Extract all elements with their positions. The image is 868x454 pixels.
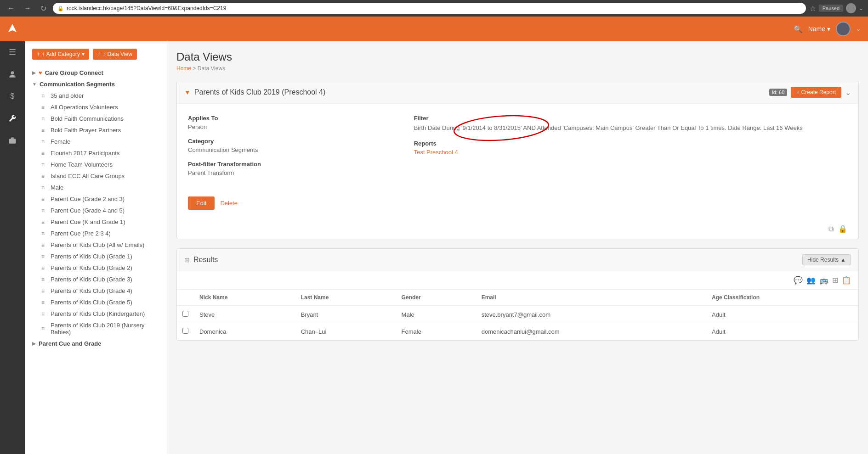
sidebar-item-parents-all-emails[interactable]: ≡ Parents of Kids Club (All w/ Emails) bbox=[38, 239, 163, 251]
header-expand-icon[interactable]: ⌄ bbox=[856, 26, 861, 32]
results-table-icon: ⊞ bbox=[184, 256, 190, 263]
results-card: ⊞ Results Hide Results ▲ 💬 👥 🚌 ⊞ bbox=[176, 248, 859, 341]
user-menu-chevron: ▾ bbox=[827, 25, 830, 33]
nav-item-person[interactable] bbox=[0, 63, 25, 85]
sidebar-item-parent-cue-k-grade-1[interactable]: ≡ Parent Cue (K and Grade 1) bbox=[38, 216, 163, 228]
dataview-header-actions: Id: 60 + Create Report ⌄ bbox=[769, 87, 851, 98]
add-data-view-button[interactable]: + + Data View bbox=[93, 49, 137, 60]
item-label: Flourish 2017 Participants bbox=[51, 150, 159, 157]
list-icon: ≡ bbox=[41, 207, 48, 214]
sidebar-item-care-group-connect[interactable]: ▶ ♥ Care Group Connect bbox=[28, 67, 163, 78]
results-bus-icon[interactable]: 🚌 bbox=[819, 276, 828, 285]
results-grid-icon[interactable]: ⊞ bbox=[832, 276, 838, 285]
create-report-button[interactable]: + Create Report bbox=[791, 87, 841, 98]
nav-item-dollar[interactable]: $ bbox=[0, 85, 25, 107]
row-1-age-class: Adult bbox=[706, 306, 858, 323]
sidebar-item-parent-cue-pre-2-3-4[interactable]: ≡ Parent Cue (Pre 2 3 4) bbox=[38, 228, 163, 239]
lock-icon[interactable]: 🔒 bbox=[838, 224, 847, 233]
row-1-nick-name: Steve bbox=[194, 306, 295, 323]
refresh-button[interactable]: ↻ bbox=[38, 3, 49, 14]
row-2-nick-name: Domenica bbox=[194, 323, 295, 340]
list-icon: ≡ bbox=[41, 104, 48, 111]
item-label: Parent Cue (K and Grade 1) bbox=[51, 219, 159, 225]
hide-results-label: Hide Results bbox=[807, 257, 839, 263]
results-group-icon[interactable]: 👥 bbox=[806, 276, 816, 285]
sidebar-item-bold-faith-prayer-partners[interactable]: ≡ Bold Faith Prayer Partners bbox=[38, 124, 163, 136]
list-icon: ≡ bbox=[41, 116, 48, 122]
sidebar-item-communication-segments[interactable]: ▼ Communication Segments bbox=[28, 78, 163, 90]
sidebar-item-parents-grade-3[interactable]: ≡ Parents of Kids Club (Grade 3) bbox=[38, 274, 163, 285]
dataview-body: Applies To Person Category Communication… bbox=[177, 104, 858, 221]
care-group-arrow-icon: ▶ bbox=[32, 70, 36, 75]
list-icon: ≡ bbox=[41, 219, 48, 225]
applies-to-group: Applies To Person bbox=[188, 115, 405, 130]
list-icon: ≡ bbox=[41, 173, 48, 179]
col-nick-name: Nick Name bbox=[194, 290, 295, 306]
parent-cue-label: Parent Cue and Grade bbox=[39, 340, 102, 347]
list-icon: ≡ bbox=[41, 150, 48, 157]
results-chat-icon[interactable]: 💬 bbox=[794, 276, 803, 285]
sidebar-item-female[interactable]: ≡ Female bbox=[38, 136, 163, 147]
list-icon: ≡ bbox=[41, 185, 48, 191]
app-logo[interactable] bbox=[0, 17, 25, 41]
sidebar-item-parent-cue-grade-2-3[interactable]: ≡ Parent Cue (Grade 2 and 3) bbox=[38, 193, 163, 205]
sidebar-item-parents-grade-4[interactable]: ≡ Parents of Kids Club (Grade 4) bbox=[38, 285, 163, 297]
nav-item-wrench[interactable] bbox=[0, 107, 25, 129]
nav-item-briefcase[interactable] bbox=[0, 129, 25, 151]
sidebar-item-parents-kindergarten[interactable]: ≡ Parents of Kids Club (Kindergarten) bbox=[38, 308, 163, 319]
top-header: 🔍 Name ▾ ⌄ bbox=[25, 17, 868, 41]
user-menu-button[interactable]: Name ▾ bbox=[808, 25, 830, 33]
logo-icon bbox=[6, 23, 18, 35]
row-2-checkbox[interactable] bbox=[182, 328, 188, 334]
nav-item-menu[interactable]: ☰ bbox=[0, 41, 25, 63]
person-icon bbox=[8, 70, 17, 79]
list-icon: ≡ bbox=[41, 196, 48, 202]
sidebar-item-parents-nursery-babies[interactable]: ≡ Parents of Kids Club 2019 (Nursery Bab… bbox=[38, 319, 163, 338]
sidebar-item-parents-grade-2[interactable]: ≡ Parents of Kids Club (Grade 2) bbox=[38, 262, 163, 274]
sidebar-item-island-ecc-care-groups[interactable]: ≡ Island ECC All Care Groups bbox=[38, 170, 163, 182]
copy-icon[interactable]: ⧉ bbox=[828, 225, 834, 233]
sidebar-item-flourish-2017[interactable]: ≡ Flourish 2017 Participants bbox=[38, 147, 163, 159]
header-search-icon[interactable]: 🔍 bbox=[794, 25, 803, 34]
item-label: Parents of Kids Club (Grade 2) bbox=[51, 264, 159, 271]
sidebar-item-male[interactable]: ≡ Male bbox=[38, 182, 163, 193]
care-group-heart-icon: ♥ bbox=[39, 69, 42, 76]
sidebar-item-parents-grade-1[interactable]: ≡ Parents of Kids Club (Grade 1) bbox=[38, 251, 163, 262]
sidebar-tree: ▶ ♥ Care Group Connect ▼ Communication S… bbox=[25, 67, 167, 349]
forward-button[interactable]: → bbox=[21, 3, 34, 13]
main-area: + + Add Category ▾ + + Data View ▶ ♥ Car… bbox=[25, 41, 868, 454]
browser-menu-icon[interactable]: ⌄ bbox=[859, 5, 863, 11]
item-label: Parents of Kids Club (Grade 3) bbox=[51, 276, 159, 283]
sidebar-item-parents-grade-5[interactable]: ≡ Parents of Kids Club (Grade 5) bbox=[38, 297, 163, 308]
filter-date-highlight: '9/1/2014 to 8/31/2015' bbox=[461, 124, 522, 131]
sidebar-item-home-team-volunteers[interactable]: ≡ Home Team Volunteers bbox=[38, 159, 163, 170]
item-label: Bold Faith Communications bbox=[51, 115, 159, 122]
icon-nav: ☰ $ bbox=[0, 17, 25, 454]
test-preschool-4-link[interactable]: Test Preschool 4 bbox=[414, 149, 458, 156]
row-1-checkbox[interactable] bbox=[182, 311, 188, 317]
results-table-body: Steve Bryant Male steve.bryant7@gmail.co… bbox=[177, 306, 858, 340]
parent-cue-arrow-icon: ▶ bbox=[32, 341, 36, 346]
sidebar-item-all-operations-volunteers[interactable]: ≡ All Operations Volunteers bbox=[38, 101, 163, 113]
hide-results-button[interactable]: Hide Results ▲ bbox=[802, 254, 851, 265]
breadcrumb-home[interactable]: Home bbox=[176, 65, 191, 72]
delete-link[interactable]: Delete bbox=[220, 200, 238, 207]
url-bar[interactable]: 🔒 rock.islandecc.hk/page/145?DataViewId=… bbox=[53, 3, 806, 14]
edit-button[interactable]: Edit bbox=[188, 196, 215, 210]
bookmark-icon[interactable]: ☆ bbox=[810, 4, 816, 13]
page-header: Data Views Home > Data Views bbox=[176, 50, 859, 72]
col-gender: Gender bbox=[396, 290, 476, 306]
sidebar-item-bold-faith-communications[interactable]: ≡ Bold Faith Communications bbox=[38, 113, 163, 124]
sidebar-item-35-and-older[interactable]: ≡ 35 and older bbox=[38, 90, 163, 101]
filter-group: Filter Birth Date During '9/1/2014 to 8/… bbox=[414, 115, 847, 133]
sidebar-item-parent-cue-grade[interactable]: ▶ Parent Cue and Grade bbox=[28, 338, 163, 349]
back-button[interactable]: ← bbox=[5, 3, 17, 13]
add-category-button[interactable]: + + Add Category ▾ bbox=[32, 49, 89, 60]
post-filter-value: Parent Transform bbox=[188, 169, 405, 176]
dataview-card-header: ▼ Parents of Kids Club 2019 (Preschool 4… bbox=[177, 81, 858, 104]
col-email: Email bbox=[476, 290, 706, 306]
collapse-button[interactable]: ⌄ bbox=[845, 88, 851, 97]
sidebar-item-parent-cue-grade-4-5[interactable]: ≡ Parent Cue (Grade 4 and 5) bbox=[38, 205, 163, 216]
results-clipboard-icon[interactable]: 📋 bbox=[842, 276, 851, 285]
hide-results-chevron: ▲ bbox=[840, 257, 846, 263]
